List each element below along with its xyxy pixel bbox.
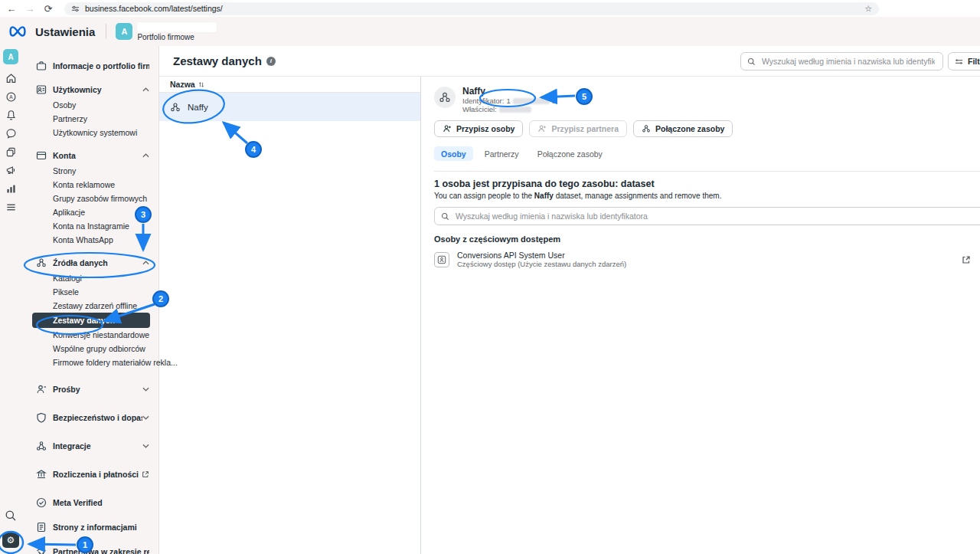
- assign-partner-label: Przypisz partnera: [551, 124, 619, 133]
- tab-osoby[interactable]: Osoby: [434, 146, 473, 161]
- sidebar-item-osoby[interactable]: Osoby: [21, 98, 158, 112]
- filters-button[interactable]: Filtry: [948, 52, 980, 70]
- sidebar-item-konwersje-niestandardowe[interactable]: Konwersje niestandardowe: [21, 328, 158, 342]
- section-label: Bezpieczeństwo i dopas...: [53, 413, 142, 422]
- sidebar-item-piksele[interactable]: Piksele: [21, 285, 158, 299]
- portfolio-type-label: Portfolio firmowe: [137, 33, 217, 41]
- info-icon[interactable]: i: [266, 57, 276, 66]
- filter-icon: [955, 57, 963, 66]
- chevron-down-icon: [142, 387, 149, 392]
- insights-chart-icon[interactable]: [5, 182, 17, 195]
- site-settings-icon[interactable]: [71, 5, 80, 13]
- promote-megaphone-icon[interactable]: [5, 164, 17, 176]
- assign-people-button[interactable]: Przypisz osoby: [434, 120, 523, 137]
- sidebar-item-grupy-zasobow[interactable]: Grupy zasobów firmowych: [21, 192, 158, 205]
- handshake-icon: [36, 546, 47, 554]
- sidebar-item-katalogi[interactable]: Katalogi: [21, 271, 158, 285]
- redacted-business-name: [137, 22, 217, 32]
- sidebar-item-uzytkownicy-systemowi[interactable]: Użytkownicy systemowi: [21, 126, 158, 139]
- sidebar-section-security[interactable]: Bezpieczeństwo i dopas...: [21, 409, 158, 426]
- dataset-name: Naffy: [188, 103, 208, 112]
- settings-gear-icon[interactable]: ⚙: [2, 533, 19, 548]
- section-label: Rozliczenia i płatności: [53, 470, 142, 479]
- sidebar-item-konta-whatsapp[interactable]: Konta WhatsApp: [21, 233, 158, 247]
- id-partial-start: 1: [506, 97, 510, 105]
- business-selector[interactable]: Portfolio firmowe: [137, 22, 217, 41]
- system-user-name: Conversions API System User: [457, 251, 626, 260]
- id-label: Identyfikator:: [462, 97, 504, 105]
- search-icon: [747, 57, 756, 66]
- data-sources-nodes-icon: [36, 257, 47, 268]
- page-header: Zestawy danych i Filtry: [159, 46, 980, 77]
- browser-forward-icon[interactable]: →: [23, 2, 37, 15]
- sidebar-section-requests[interactable]: Prośby: [21, 381, 158, 398]
- nodes-icon: [642, 124, 651, 133]
- bookmark-star-icon[interactable]: ☆: [864, 4, 872, 14]
- assign-partner-button[interactable]: Przypisz partnera: [529, 120, 627, 137]
- dataset-owner-line: Właściciel:: [462, 105, 556, 113]
- business-avatar[interactable]: A: [116, 23, 132, 40]
- external-link-icon[interactable]: [962, 255, 971, 264]
- sidebar-item-firmowe-foldery[interactable]: Firmowe foldery materiałów rekla...: [21, 356, 158, 369]
- external-link-icon: [142, 470, 149, 478]
- assigned-subtext: You can assign people to the Naffy datas…: [434, 192, 980, 200]
- bank-icon: [36, 469, 47, 480]
- subtext-dataset-name: Naffy: [534, 192, 554, 200]
- sidebar-item-ad-partnerships[interactable]: Partnerstwa w zakresie reklam: [21, 543, 158, 554]
- rail-bottom-group: ⚙: [2, 510, 19, 554]
- section-label: Integracje: [53, 441, 142, 451]
- sidebar-item-meta-verified[interactable]: Meta Verified: [21, 494, 158, 511]
- sidebar-section-data-sources[interactable]: Źródła danych: [21, 254, 158, 271]
- sidebar-section-users[interactable]: Użytkownicy: [21, 81, 158, 98]
- sidebar-item-zestawy-zdarzen-offline[interactable]: Zestawy zdarzeń offline: [21, 299, 158, 313]
- column-name-label: Nazwa: [170, 80, 195, 89]
- content-pages-icon[interactable]: [5, 146, 17, 158]
- details-search-input[interactable]: [454, 211, 980, 221]
- verified-check-icon: [36, 497, 47, 508]
- search-input[interactable]: [760, 56, 936, 67]
- details-tabs: Osoby Partnerzy Połączone zasoby: [434, 146, 980, 161]
- meta-logo-icon[interactable]: [8, 25, 28, 38]
- sidebar-item-partnerzy[interactable]: Partnerzy: [21, 112, 158, 126]
- sidebar-item-konta-instagram[interactable]: Konta na Instagramie: [21, 219, 158, 233]
- notifications-bell-icon[interactable]: [5, 109, 17, 121]
- sidebar-section-accounts[interactable]: Konta: [21, 147, 158, 164]
- search-icon[interactable]: [5, 510, 17, 522]
- sidebar-item-wspolne-grupy[interactable]: Wspólne grupy odbiorców: [21, 342, 158, 356]
- subtext-pre: You can assign people to the: [434, 192, 534, 200]
- chevron-up-icon: [142, 87, 149, 92]
- sidebar-item-strony[interactable]: Strony: [21, 164, 158, 178]
- filters-label: Filtry: [968, 57, 980, 66]
- sidebar-item-zestawy-danych-selected[interactable]: Zestawy danych: [32, 313, 150, 328]
- table-row-naffy[interactable]: Naffy: [159, 93, 420, 121]
- chevron-up-icon: [142, 153, 149, 158]
- sidebar-item-aplikacje[interactable]: Aplikacje: [21, 205, 158, 219]
- top-search-field[interactable]: [740, 52, 943, 70]
- section-label: Partnerstwa w zakresie reklam: [53, 547, 149, 554]
- sidebar-section-integrations[interactable]: Integracje: [21, 438, 158, 454]
- list-item-system-user[interactable]: Conversions API System User Częściowy do…: [434, 251, 980, 268]
- list-column-header[interactable]: Nazwa: [159, 77, 420, 93]
- sidebar-item-info-pages[interactable]: Strony z informacjami: [21, 519, 158, 536]
- details-search-field[interactable]: [434, 207, 980, 225]
- ads-manager-icon[interactable]: A: [5, 90, 17, 103]
- browser-back-icon[interactable]: ←: [5, 2, 18, 15]
- redacted-id-value: [513, 98, 550, 104]
- section-label: Użytkownicy: [53, 85, 142, 94]
- section-label: Prośby: [53, 385, 142, 394]
- address-bar[interactable]: business.facebook.com/latest/settings/ ☆: [64, 2, 879, 15]
- all-tools-menu-icon[interactable]: [5, 201, 17, 213]
- connected-assets-button[interactable]: Połączone zasoby: [633, 120, 733, 137]
- tab-polaczone-zasoby[interactable]: Połączone zasoby: [531, 146, 609, 161]
- rail-avatar[interactable]: A: [3, 49, 18, 64]
- browser-reload-icon[interactable]: ⟳: [41, 2, 55, 15]
- chevron-up-icon: [142, 261, 149, 265]
- inbox-chat-icon[interactable]: [5, 127, 17, 139]
- sidebar-item-billing[interactable]: Rozliczenia i płatności: [21, 466, 158, 483]
- sidebar-item-konta-reklamowe[interactable]: Konta reklamowe: [21, 178, 158, 192]
- tab-partnerzy[interactable]: Partnerzy: [478, 146, 526, 161]
- home-icon[interactable]: [5, 72, 17, 84]
- app-icon-rail: A A ⚙: [0, 46, 21, 554]
- datasets-list-panel: Nazwa Naffy: [159, 77, 421, 554]
- sidebar-item-business-info[interactable]: Informacje o portfolio firmow...: [21, 58, 158, 74]
